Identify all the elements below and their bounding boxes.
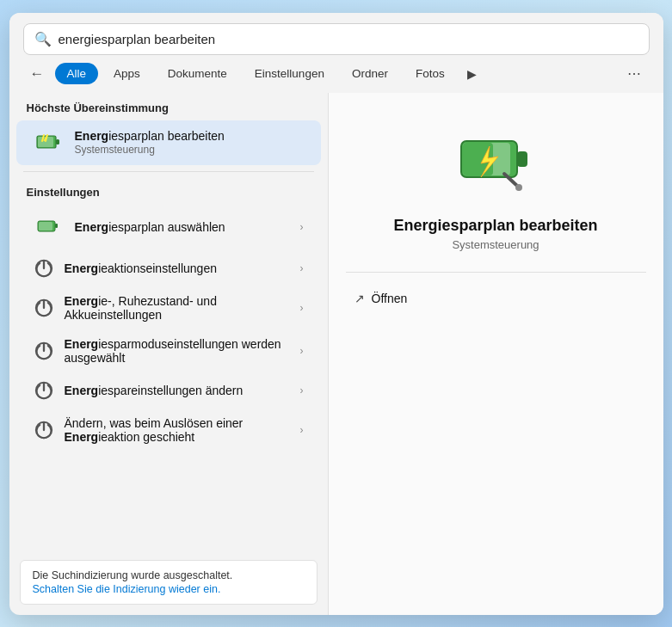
svg-rect-1 <box>56 139 59 144</box>
top-result-item[interactable]: Energiesparplan bearbeiten Systemsteueru… <box>16 120 321 165</box>
chevron-icon-5: › <box>300 384 304 396</box>
search-icon: 🔍 <box>34 31 52 47</box>
svg-rect-8 <box>39 222 52 231</box>
settings-icon-4 <box>34 341 54 361</box>
filter-einstellungen[interactable]: Einstellungen <box>243 63 336 84</box>
open-icon: ↗ <box>354 292 365 305</box>
settings-item-3[interactable]: Energie-, Ruhezustand- und Akkueinstellu… <box>16 287 321 329</box>
top-result-title: Energiesparplan bearbeiten <box>75 129 304 143</box>
chevron-icon-3: › <box>300 302 304 314</box>
settings-title-6: Ändern, was beim Auslösen einer Energiea… <box>65 416 290 444</box>
battery-edit-icon <box>35 129 63 157</box>
open-button[interactable]: ↗ Öffnen <box>346 286 416 310</box>
settings-title-5: Energiespareinstellungen ändern <box>65 384 290 397</box>
filter-fotos[interactable]: Fotos <box>404 63 457 84</box>
chevron-icon-1: › <box>300 221 304 233</box>
settings-item-1[interactable]: Energiesparplan auswählen › <box>16 205 321 249</box>
settings-text-4: Energiesparmoduseinstellungen werden aus… <box>65 337 290 365</box>
settings-item-6[interactable]: Ändern, was beim Auslösen einer Energiea… <box>16 409 321 451</box>
chevron-icon-6: › <box>300 424 304 436</box>
top-result-label: Höchste Übereinstimmung <box>9 93 328 120</box>
back-button[interactable]: ← <box>23 62 52 86</box>
detail-battery-icon <box>457 124 534 201</box>
settings-text-2: Energieaktionseinstellungen <box>65 261 290 275</box>
svg-point-20 <box>515 184 522 191</box>
open-label: Öffnen <box>372 292 408 305</box>
settings-title-2: Energieaktionseinstellungen <box>65 261 290 275</box>
left-panel: Höchste Übereinstimmung Energiesparplan … <box>9 93 328 615</box>
filter-dokumente[interactable]: Dokumente <box>156 63 239 84</box>
detail-subtitle: Systemsteuerung <box>452 238 539 251</box>
filter-apps[interactable]: Apps <box>102 63 152 84</box>
filter-row: ← Alle Apps Dokumente Einstellungen Ordn… <box>9 55 663 93</box>
settings-text-5: Energiespareinstellungen ändern <box>65 384 290 397</box>
notice-text: Die Suchindizierung wurde ausgeschaltet. <box>33 569 233 581</box>
settings-label: Einstellungen <box>9 177 328 204</box>
search-bar-row: 🔍 <box>9 13 663 55</box>
settings-item-5[interactable]: Energiespareinstellungen ändern › <box>16 373 321 408</box>
bottom-notice: Die Suchindizierung wurde ausgeschaltet.… <box>20 560 318 605</box>
settings-title-3: Energie-, Ruhezustand- und Akkueinstellu… <box>65 294 290 322</box>
settings-item-4[interactable]: Energiesparmoduseinstellungen werden aus… <box>16 330 321 372</box>
detail-title: Energiesparplan bearbeiten <box>393 217 597 235</box>
search-input[interactable] <box>59 32 638 46</box>
settings-title-4: Energiesparmoduseinstellungen werden aus… <box>65 337 290 365</box>
filter-more-button[interactable]: ▶ <box>460 64 484 84</box>
divider-1 <box>23 171 314 172</box>
power-icon-4 <box>34 340 54 362</box>
power-icon-2 <box>34 257 54 280</box>
svg-rect-15 <box>517 151 527 167</box>
power-icon-6 <box>34 419 54 441</box>
filter-overflow-button[interactable]: ⋯ <box>619 62 650 85</box>
filter-alle[interactable]: Alle <box>55 63 99 84</box>
top-result-subtitle: Systemsteuerung <box>75 144 304 156</box>
settings-text-6: Ändern, was beim Auslösen einer Energiea… <box>65 416 290 444</box>
chevron-icon-2: › <box>300 262 304 274</box>
battery-select-icon <box>37 215 61 239</box>
settings-text-3: Energie-, Ruhezustand- und Akkueinstellu… <box>65 294 290 322</box>
top-result-icon <box>34 127 65 158</box>
settings-icon-2 <box>34 258 54 279</box>
svg-rect-7 <box>55 224 58 228</box>
settings-title-1: Energiesparplan auswählen <box>75 220 290 234</box>
search-window: 🔍 ← Alle Apps Dokumente Einstellungen Or… <box>9 13 663 615</box>
settings-icon-3 <box>34 298 54 318</box>
power-icon-3 <box>34 297 54 319</box>
detail-divider <box>346 272 646 273</box>
content-area: Höchste Übereinstimmung Energiesparplan … <box>9 93 663 615</box>
settings-text-1: Energiesparplan auswählen <box>75 220 290 234</box>
detail-icon <box>457 124 534 201</box>
top-result-text: Energiesparplan bearbeiten Systemsteueru… <box>75 129 304 156</box>
settings-icon-1 <box>34 212 65 243</box>
settings-item-2[interactable]: Energieaktionseinstellungen › <box>16 251 321 286</box>
right-panel: Energiesparplan bearbeiten Systemsteueru… <box>328 93 663 615</box>
search-bar: 🔍 <box>23 23 650 55</box>
notice-link[interactable]: Schalten Sie die Indizierung wieder ein. <box>33 583 305 595</box>
power-icon-5 <box>34 379 54 402</box>
filter-ordner[interactable]: Ordner <box>340 63 400 84</box>
chevron-icon-4: › <box>300 345 304 357</box>
settings-icon-6 <box>34 420 54 440</box>
settings-icon-5 <box>34 380 54 401</box>
